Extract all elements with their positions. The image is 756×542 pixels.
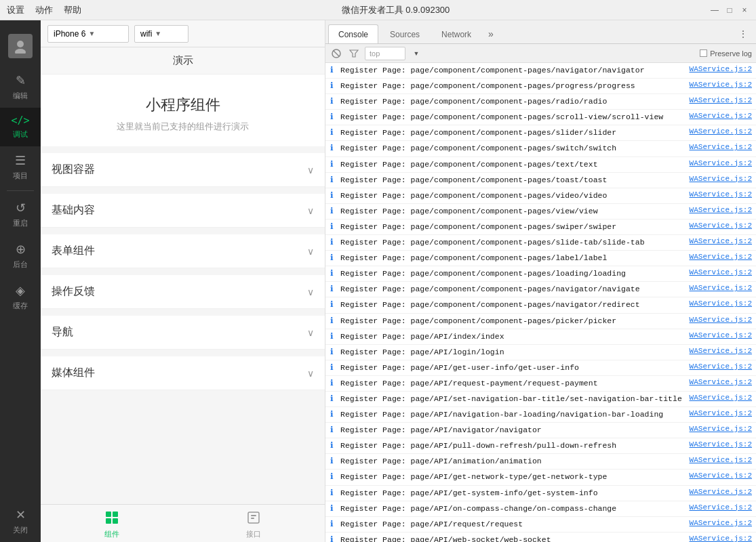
console-source-link[interactable]: WAService.js:2	[687, 503, 756, 512]
console-source-link[interactable]: WAService.js:2	[687, 377, 756, 387]
console-source-link[interactable]: WAService.js:2	[687, 440, 756, 449]
console-source-link[interactable]: WAService.js:2	[687, 283, 756, 293]
category-item[interactable]: 操作反馈∨	[41, 275, 325, 309]
console-source-link[interactable]: WAService.js:2	[687, 252, 756, 262]
category-label: 导航	[52, 325, 73, 339]
console-log-row: ℹ Register Page: page/component/componen…	[325, 141, 756, 157]
sidebar-cache-label: 缓存	[13, 301, 28, 311]
console-source-link[interactable]: WAService.js:2	[687, 190, 756, 199]
console-source-link[interactable]: WAService.js:2	[687, 236, 756, 246]
category-item[interactable]: 表单组件∨	[41, 234, 325, 268]
maximize-button[interactable]: □	[725, 5, 734, 15]
console-source-link[interactable]: WAService.js:2	[687, 409, 756, 418]
info-icon: ℹ	[325, 221, 338, 232]
console-source-link[interactable]: WAService.js:2	[687, 346, 756, 356]
info-icon: ℹ	[325, 440, 338, 451]
minimize-button[interactable]: —	[710, 5, 719, 15]
console-message: Register Page: page/component/component-…	[338, 159, 687, 171]
tab-network[interactable]: Network	[431, 24, 481, 43]
tab-components[interactable]: 组件	[102, 508, 121, 539]
sidebar-item-restart[interactable]: ↺ 重启	[0, 194, 41, 235]
console-source-link[interactable]: WAService.js:2	[687, 111, 756, 121]
console-source-link[interactable]: WAService.js:2	[687, 518, 756, 528]
console-source-link[interactable]: WAService.js:2	[687, 487, 756, 497]
window-controls[interactable]: — □ ×	[710, 5, 749, 15]
more-tabs-icon[interactable]: »	[483, 24, 499, 43]
console-source-link[interactable]: WAService.js:2	[687, 96, 756, 105]
console-source-link[interactable]: WAService.js:2	[687, 455, 756, 465]
hero-title: 小程序组件	[54, 95, 311, 115]
menu-bar[interactable]: 设置 动作 帮助	[7, 4, 81, 16]
sidebar-item-project[interactable]: ☰ 项目	[0, 146, 41, 188]
info-icon: ℹ	[325, 96, 338, 106]
network-selector[interactable]: wifi ▼	[134, 25, 188, 43]
console-message: Register Page: page/component/component-…	[338, 174, 687, 186]
console-source-link[interactable]: WAService.js:2	[687, 299, 756, 308]
console-source-link[interactable]: WAService.js:2	[687, 534, 756, 542]
console-message: Register Page: page/component/component-…	[338, 221, 687, 233]
console-message: Register Page: page/component/component-…	[338, 96, 687, 108]
console-source-link[interactable]: WAService.js:2	[687, 362, 756, 371]
tab-console[interactable]: Console	[328, 24, 378, 43]
close-button[interactable]: ×	[740, 5, 749, 15]
category-item[interactable]: 导航∨	[41, 316, 325, 350]
preserve-log-checkbox[interactable]	[700, 49, 707, 57]
console-message: Register Page: page/component/component-…	[338, 64, 687, 77]
console-source-link[interactable]: WAService.js:2	[687, 331, 756, 340]
info-icon: ℹ	[325, 534, 338, 542]
console-source-link[interactable]: WAService.js:2	[687, 205, 756, 215]
console-source-link[interactable]: WAService.js:2	[687, 80, 756, 89]
phone-header: 演示	[41, 47, 325, 75]
cache-icon: ◈	[16, 283, 25, 298]
app-title: 微信开发者工具 0.9.092300	[342, 4, 450, 16]
console-filter-input[interactable]: top	[365, 47, 405, 60]
console-log-row: ℹ Register Page: page/component/componen…	[325, 220, 756, 235]
console-log-row: ℹ Register Page: page/component/componen…	[325, 63, 756, 79]
console-source-link[interactable]: WAService.js:2	[687, 142, 756, 152]
tab-sources[interactable]: Sources	[380, 24, 430, 43]
console-source-link[interactable]: WAService.js:2	[687, 127, 756, 136]
console-source-link[interactable]: WAService.js:2	[687, 174, 756, 184]
devtools-options-icon[interactable]: ⋮	[733, 24, 753, 43]
tab-interface[interactable]: 接口	[244, 508, 263, 539]
menu-action[interactable]: 动作	[35, 4, 53, 16]
menu-help[interactable]: 帮助	[64, 4, 81, 16]
sidebar-item-cache[interactable]: ◈ 缓存	[0, 276, 41, 318]
sidebar-item-backend[interactable]: ⊕ 后台	[0, 235, 41, 276]
filter-dropdown-icon[interactable]: ▼	[410, 47, 423, 60]
category-item[interactable]: 媒体组件∨	[41, 356, 325, 390]
console-source-link[interactable]: WAService.js:2	[687, 159, 756, 168]
menu-settings[interactable]: 设置	[7, 4, 24, 16]
device-selector[interactable]: iPhone 6 ▼	[47, 25, 129, 43]
console-source-link[interactable]: WAService.js:2	[687, 393, 756, 402]
info-icon: ℹ	[325, 268, 338, 278]
console-message: Register Page: page/API/get-network-type…	[338, 471, 687, 483]
sidebar-item-debug[interactable]: </> 调试	[0, 108, 41, 146]
category-item[interactable]: 视图容器∨	[41, 153, 325, 187]
console-log-row: ℹ Register Page: page/component/componen…	[325, 297, 756, 313]
clear-console-button[interactable]	[330, 47, 343, 60]
sidebar-divider-1	[7, 190, 34, 191]
console-message: Register Page: page/API/request/request	[338, 518, 687, 530]
phone-header-title: 演示	[173, 54, 193, 67]
avatar	[8, 34, 33, 58]
sidebar-item-avatar[interactable]	[0, 27, 41, 66]
console-source-link[interactable]: WAService.js:2	[687, 64, 756, 74]
console-log-row: ℹ Register Page: page/API/on-compass-cha…	[325, 501, 756, 517]
category-arrow-icon: ∨	[307, 165, 314, 175]
console-source-link[interactable]: WAService.js:2	[687, 268, 756, 277]
filter-toggle-button[interactable]	[347, 47, 361, 60]
console-log-row: ℹ Register Page: page/component/componen…	[325, 173, 756, 188]
console-log-row: ℹ Register Page: page/component/componen…	[325, 94, 756, 110]
console-message: Register Page: page/component/component-…	[338, 80, 687, 92]
console-source-link[interactable]: WAService.js:2	[687, 315, 756, 325]
console-source-link[interactable]: WAService.js:2	[687, 221, 756, 230]
category-item[interactable]: 基础内容∨	[41, 194, 325, 228]
edit-icon: ✎	[16, 73, 26, 88]
console-source-link[interactable]: WAService.js:2	[687, 471, 756, 480]
preserve-log-toggle[interactable]: Preserve log	[700, 49, 752, 58]
device-label: iPhone 6	[54, 29, 85, 39]
sidebar-item-edit[interactable]: ✎ 编辑	[0, 66, 41, 108]
sidebar-item-close[interactable]: ✕ 关闭	[0, 501, 41, 542]
console-source-link[interactable]: WAService.js:2	[687, 424, 756, 434]
